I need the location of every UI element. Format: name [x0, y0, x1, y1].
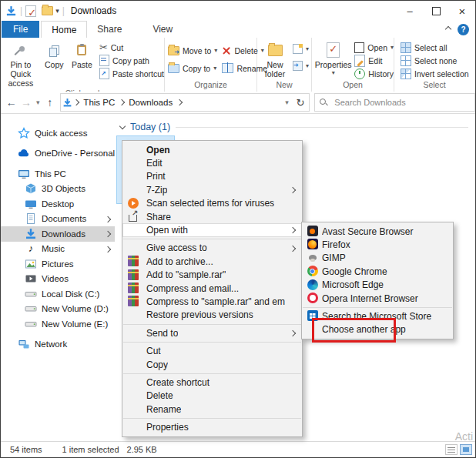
copy-to-folder-icon [168, 64, 179, 73]
submenu-item-google-chrome[interactable]: Google Chrome [302, 265, 453, 278]
tab-file[interactable]: File [2, 21, 39, 38]
menu-item-give-access[interactable]: Give access to [122, 242, 302, 255]
document-icon [25, 212, 37, 225]
select-all-button[interactable]: Select all [401, 42, 469, 53]
expand-chevron-icon[interactable] [105, 216, 111, 222]
up-arrow-icon[interactable]: ↑ [42, 96, 57, 109]
group-header-today[interactable]: Today (1) [120, 122, 471, 132]
easy-access-button[interactable]: ▾ [293, 60, 309, 72]
paste-button[interactable]: Paste [68, 40, 96, 69]
properties-button[interactable]: Properties ▾ [312, 40, 354, 76]
tab-home[interactable]: Home [41, 21, 87, 38]
submenu-item-gimp[interactable]: GIMP [302, 252, 453, 265]
menu-item-send-to[interactable]: Send to [122, 326, 302, 339]
open-box-icon [354, 42, 364, 53]
menu-item-create-shortcut[interactable]: Create shortcut [122, 376, 302, 389]
menu-item-delete[interactable]: Delete [122, 389, 302, 403]
address-field[interactable]: This PC Downloads ▾ ↻ [60, 93, 310, 112]
tab-view[interactable]: View [142, 21, 183, 38]
menu-item-7zip[interactable]: 7-Zip [122, 183, 302, 196]
expand-chevron-icon[interactable] [105, 246, 111, 252]
sidebar-item-videos[interactable]: Videos [1, 272, 115, 287]
menu-item-edit[interactable]: Edit [122, 156, 302, 169]
submenu-item-avast-secure-browser[interactable]: Avast Secure Browser [302, 225, 453, 238]
menu-item-restore-previous-versions[interactable]: Restore previous versions [122, 309, 302, 322]
collapse-group-chevron-icon[interactable] [119, 122, 126, 129]
copy-button[interactable]: Copy [41, 40, 68, 69]
history-button[interactable]: History [354, 68, 394, 79]
menu-item-share[interactable]: Share [122, 210, 302, 223]
menu-item-cut[interactable]: Cut [122, 344, 302, 357]
copy-path-button[interactable]: Copy path [99, 55, 164, 66]
thumbnail-view-icon[interactable] [460, 444, 472, 455]
details-view-icon[interactable] [445, 444, 458, 455]
paste-shortcut-button[interactable]: Paste shortcut [99, 68, 164, 79]
submenu-arrow-icon [290, 245, 296, 251]
submenu-item-opera[interactable]: Opera Internet Browser [302, 292, 453, 305]
address-dropdown-caret[interactable]: ▾ [282, 99, 291, 106]
avast-ball-icon [127, 198, 139, 209]
copy-to-button[interactable]: Copy to▾ [168, 62, 217, 74]
sidebar-item-onedrive[interactable]: OneDrive - Personal [1, 146, 115, 162]
properties-check-icon[interactable] [25, 5, 36, 17]
video-icon [25, 272, 37, 285]
select-none-button[interactable]: Select none [401, 55, 469, 66]
new-folder-icon[interactable] [42, 6, 53, 15]
breadcrumb-downloads[interactable]: Downloads [126, 98, 176, 107]
edit-button[interactable]: Edit [354, 55, 394, 66]
open-button[interactable]: Open▾ [354, 42, 394, 53]
menu-item-copy[interactable]: Copy [122, 358, 302, 371]
new-item-button[interactable]: ▾ [293, 43, 309, 55]
sidebar-item-downloads[interactable]: Downloads [1, 226, 115, 242]
cut-button[interactable]: ✂ Cut [99, 42, 164, 53]
new-folder-icon [268, 45, 283, 56]
move-to-button[interactable]: ➜ Move to▾ [168, 45, 217, 56]
menu-item-rename[interactable]: Rename [122, 403, 302, 416]
sidebar-item-music[interactable]: ♪ Music [1, 242, 115, 257]
help-icon[interactable]: ? [458, 24, 469, 35]
menu-item-open-with[interactable]: Open with [122, 223, 302, 236]
menu-item-open[interactable]: Open [122, 143, 302, 156]
sidebar-item-this-pc[interactable]: This PC [1, 166, 115, 182]
menu-item-add-to-archive[interactable]: Add to archive... [122, 255, 302, 268]
menu-item-print[interactable]: Print [122, 170, 302, 183]
group-label-new: New [257, 79, 311, 92]
item-count: 54 items [10, 445, 42, 454]
forward-arrow-icon[interactable]: → [18, 96, 33, 109]
menu-item-compress-to-sample-rar-and-email[interactable]: Compress to "sample.rar" and email [122, 295, 302, 308]
sidebar-item-desktop[interactable]: Desktop [1, 196, 115, 212]
sidebar-item-pictures[interactable]: Pictures [1, 256, 115, 272]
refresh-icon[interactable]: ↻ [296, 97, 304, 109]
close-button[interactable]: × [449, 1, 475, 21]
search-input[interactable] [333, 97, 470, 108]
breadcrumb-this-pc[interactable]: This PC [80, 98, 118, 107]
submenu-item-firefox[interactable]: Firefox [302, 238, 453, 251]
sidebar-item-local-disk-c[interactable]: Local Disk (C:) [1, 286, 115, 302]
disk-drive-icon [25, 318, 37, 330]
sidebar-item-new-volume-d[interactable]: New Volume (D:) [1, 302, 115, 317]
sidebar-item-3d-objects[interactable]: 3D Objects [1, 182, 115, 197]
menu-item-scan-viruses[interactable]: Scan selected items for viruses [122, 197, 302, 210]
menu-item-properties[interactable]: Properties [122, 420, 302, 433]
search-box[interactable] [314, 93, 475, 112]
submenu-item-microsoft-edge[interactable]: Microsoft Edge [302, 279, 453, 292]
ribbon-collapse-chevron-icon[interactable] [445, 26, 451, 32]
menu-item-add-to-sample-rar[interactable]: Add to "sample.rar" [122, 269, 302, 282]
sidebar-item-documents[interactable]: Documents [1, 212, 115, 227]
pin-to-quick-access-button[interactable]: Pin to Quick access [1, 40, 41, 88]
maximize-button[interactable] [423, 1, 449, 21]
sidebar-item-network[interactable]: Network [1, 337, 115, 353]
tab-share[interactable]: Share [87, 21, 132, 38]
downloads-arrow-icon [25, 228, 37, 240]
menu-item-compress-and-email[interactable]: Compress and email... [122, 282, 302, 295]
back-arrow-icon[interactable]: ← [4, 96, 18, 109]
minimize-button[interactable]: – [397, 1, 423, 21]
sidebar-item-quick-access[interactable]: Quick access [1, 125, 115, 141]
recent-locations-caret[interactable]: ▾ [34, 99, 43, 106]
disk-drive-icon [25, 288, 37, 300]
expand-chevron-icon[interactable] [105, 231, 111, 237]
new-folder-button[interactable]: New folder [257, 40, 293, 79]
sidebar-item-new-volume-e[interactable]: New Volume (E:) [1, 316, 115, 332]
invert-selection-button[interactable]: Invert selection [401, 68, 469, 79]
qat-dropdown-caret[interactable]: ▾ [55, 7, 59, 15]
